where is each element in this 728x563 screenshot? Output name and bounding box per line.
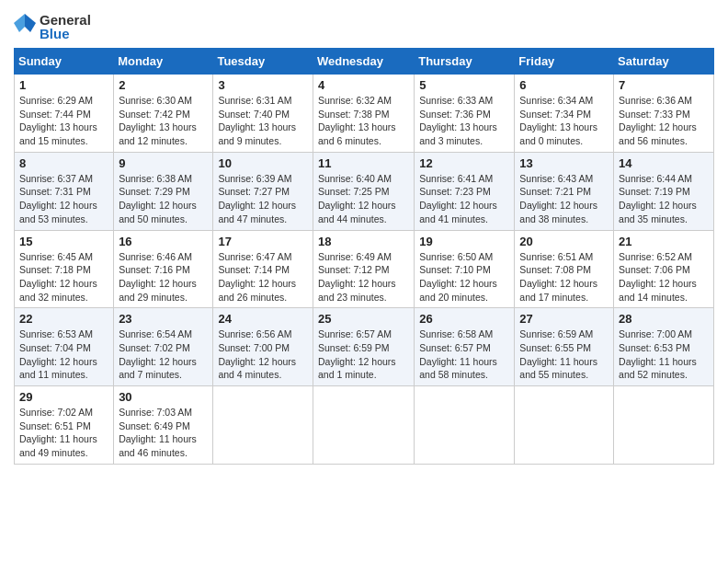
weekday-header-thursday: Thursday [415,49,515,75]
day-info: Sunrise: 6:39 AMSunset: 7:27 PMDaylight:… [218,173,296,224]
day-info: Sunrise: 6:51 AMSunset: 7:08 PMDaylight:… [519,251,597,303]
day-number: 1 [19,78,108,92]
calendar-week-row: 1 Sunrise: 6:29 AMSunset: 7:44 PMDayligh… [15,75,714,153]
calendar-cell: 29 Sunrise: 7:02 AMSunset: 6:51 PMDaylig… [15,386,114,465]
calendar-header-row: SundayMondayTuesdayWednesdayThursdayFrid… [15,49,714,75]
calendar-cell: 2 Sunrise: 6:30 AMSunset: 7:42 PMDayligh… [114,75,213,153]
calendar-cell: 27 Sunrise: 6:59 AMSunset: 6:55 PMDaylig… [515,308,614,386]
day-number: 24 [218,312,308,326]
calendar-cell: 6 Sunrise: 6:34 AMSunset: 7:34 PMDayligh… [515,75,614,153]
day-number: 15 [19,235,108,248]
day-number: 19 [419,235,509,248]
day-number: 23 [119,312,208,326]
calendar-cell: 3 Sunrise: 6:31 AMSunset: 7:40 PMDayligh… [213,75,313,153]
day-number: 7 [619,78,709,92]
calendar-week-row: 22 Sunrise: 6:53 AMSunset: 7:04 PMDaylig… [15,308,714,386]
day-number: 26 [419,312,509,326]
weekday-header-friday: Friday [515,49,614,75]
day-number: 18 [318,235,409,248]
day-info: Sunrise: 6:38 AMSunset: 7:29 PMDaylight:… [119,173,197,224]
day-info: Sunrise: 6:44 AMSunset: 7:19 PMDaylight:… [619,173,697,224]
day-number: 5 [419,78,509,92]
calendar-cell: 15 Sunrise: 6:45 AMSunset: 7:18 PMDaylig… [15,230,114,308]
calendar-week-row: 29 Sunrise: 7:02 AMSunset: 6:51 PMDaylig… [15,386,714,465]
day-info: Sunrise: 6:33 AMSunset: 7:36 PMDaylight:… [419,95,497,146]
calendar-cell: 20 Sunrise: 6:51 AMSunset: 7:08 PMDaylig… [515,230,614,308]
calendar-cell: 14 Sunrise: 6:44 AMSunset: 7:19 PMDaylig… [614,152,714,230]
day-info: Sunrise: 6:40 AMSunset: 7:25 PMDaylight:… [318,173,396,224]
svg-marker-1 [14,14,25,32]
logo-general-text: General [40,13,91,27]
calendar-cell [614,386,714,465]
calendar-cell [213,386,313,465]
day-info: Sunrise: 6:41 AMSunset: 7:23 PMDaylight:… [419,173,497,224]
day-info: Sunrise: 6:32 AMSunset: 7:38 PMDaylight:… [318,95,396,146]
day-info: Sunrise: 6:59 AMSunset: 6:55 PMDaylight:… [519,328,597,380]
day-info: Sunrise: 6:54 AMSunset: 7:02 PMDaylight:… [119,328,197,380]
day-info: Sunrise: 6:45 AMSunset: 7:18 PMDaylight:… [19,251,97,303]
day-info: Sunrise: 6:36 AMSunset: 7:33 PMDaylight:… [619,95,697,146]
day-number: 10 [218,156,308,170]
day-number: 27 [519,312,609,326]
day-number: 20 [519,235,609,248]
calendar-week-row: 15 Sunrise: 6:45 AMSunset: 7:18 PMDaylig… [15,230,714,308]
calendar-cell: 4 Sunrise: 6:32 AMSunset: 7:38 PMDayligh… [313,75,414,153]
calendar-cell: 23 Sunrise: 6:54 AMSunset: 7:02 PMDaylig… [114,308,213,386]
day-number: 3 [218,78,308,92]
day-info: Sunrise: 6:57 AMSunset: 6:59 PMDaylight:… [318,328,396,380]
weekday-header-saturday: Saturday [614,49,714,75]
logo: General Blue [14,13,91,40]
day-number: 30 [119,390,208,404]
day-number: 14 [619,156,709,170]
calendar-table: SundayMondayTuesdayWednesdayThursdayFrid… [14,48,714,465]
day-info: Sunrise: 6:31 AMSunset: 7:40 PMDaylight:… [218,95,296,146]
weekday-header-sunday: Sunday [15,49,114,75]
day-info: Sunrise: 7:03 AMSunset: 6:49 PMDaylight:… [119,407,197,458]
day-info: Sunrise: 6:58 AMSunset: 6:57 PMDaylight:… [419,328,497,380]
day-number: 16 [119,235,208,248]
day-info: Sunrise: 6:34 AMSunset: 7:34 PMDaylight:… [519,95,597,146]
day-info: Sunrise: 6:50 AMSunset: 7:10 PMDaylight:… [419,251,497,303]
calendar-cell [515,386,614,465]
calendar-cell: 21 Sunrise: 6:52 AMSunset: 7:06 PMDaylig… [614,230,714,308]
day-info: Sunrise: 6:30 AMSunset: 7:42 PMDaylight:… [119,95,197,146]
day-number: 22 [19,312,108,326]
calendar-cell: 24 Sunrise: 6:56 AMSunset: 7:00 PMDaylig… [213,308,313,386]
calendar-cell: 5 Sunrise: 6:33 AMSunset: 7:36 PMDayligh… [415,75,515,153]
day-number: 9 [119,156,208,170]
svg-marker-0 [25,14,36,32]
page-header: General Blue [14,9,714,40]
day-number: 6 [519,78,609,92]
day-info: Sunrise: 6:46 AMSunset: 7:16 PMDaylight:… [119,251,197,303]
calendar-cell: 12 Sunrise: 6:41 AMSunset: 7:23 PMDaylig… [415,152,515,230]
calendar-cell: 28 Sunrise: 7:00 AMSunset: 6:53 PMDaylig… [614,308,714,386]
calendar-cell [313,386,414,465]
calendar-cell: 26 Sunrise: 6:58 AMSunset: 6:57 PMDaylig… [415,308,515,386]
day-info: Sunrise: 7:02 AMSunset: 6:51 PMDaylight:… [19,407,97,458]
calendar-cell [415,386,515,465]
day-info: Sunrise: 6:29 AMSunset: 7:44 PMDaylight:… [19,95,97,146]
day-info: Sunrise: 6:49 AMSunset: 7:12 PMDaylight:… [318,251,396,303]
calendar-cell: 19 Sunrise: 6:50 AMSunset: 7:10 PMDaylig… [415,230,515,308]
day-number: 12 [419,156,509,170]
day-info: Sunrise: 6:37 AMSunset: 7:31 PMDaylight:… [19,173,97,224]
calendar-cell: 9 Sunrise: 6:38 AMSunset: 7:29 PMDayligh… [114,152,213,230]
day-number: 11 [318,156,409,170]
calendar-cell: 11 Sunrise: 6:40 AMSunset: 7:25 PMDaylig… [313,152,414,230]
calendar-week-row: 8 Sunrise: 6:37 AMSunset: 7:31 PMDayligh… [15,152,714,230]
calendar-cell: 8 Sunrise: 6:37 AMSunset: 7:31 PMDayligh… [15,152,114,230]
day-info: Sunrise: 6:52 AMSunset: 7:06 PMDaylight:… [619,251,697,303]
calendar-cell: 25 Sunrise: 6:57 AMSunset: 6:59 PMDaylig… [313,308,414,386]
day-info: Sunrise: 6:43 AMSunset: 7:21 PMDaylight:… [519,173,597,224]
day-info: Sunrise: 6:56 AMSunset: 7:00 PMDaylight:… [218,328,296,380]
day-info: Sunrise: 7:00 AMSunset: 6:53 PMDaylight:… [619,328,697,380]
day-number: 2 [119,78,208,92]
calendar-cell: 1 Sunrise: 6:29 AMSunset: 7:44 PMDayligh… [15,75,114,153]
day-number: 25 [318,312,409,326]
day-number: 8 [19,156,108,170]
calendar-cell: 16 Sunrise: 6:46 AMSunset: 7:16 PMDaylig… [114,230,213,308]
logo-blue-text: Blue [40,27,91,40]
weekday-header-monday: Monday [114,49,213,75]
calendar-cell: 30 Sunrise: 7:03 AMSunset: 6:49 PMDaylig… [114,386,213,465]
calendar-cell: 17 Sunrise: 6:47 AMSunset: 7:14 PMDaylig… [213,230,313,308]
